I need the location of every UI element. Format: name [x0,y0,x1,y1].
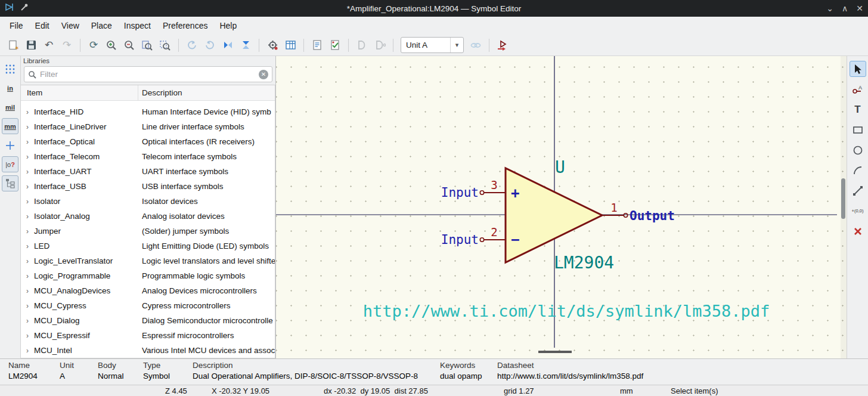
library-row[interactable]: ›Isolator_AnalogAnalog isolator devices [21,209,275,224]
menu-item-edit[interactable]: Edit [29,18,55,33]
pin-number-3[interactable]: 3 [491,178,497,191]
zoom-out-button[interactable] [121,37,138,54]
grid-toggle-button[interactable] [2,61,18,77]
expander-icon[interactable]: › [21,153,34,161]
rotate-ccw-button[interactable] [184,37,200,54]
units-mils-button[interactable]: mil [2,99,18,115]
menu-item-view[interactable]: View [55,18,85,33]
library-name[interactable]: Interface_Optical [34,137,95,146]
pin-number-2[interactable]: 2 [491,225,497,239]
circle-tool-button[interactable] [850,142,866,158]
expander-icon[interactable]: › [21,346,34,355]
library-name[interactable]: Interface_HID [34,107,83,116]
library-row[interactable]: ›Interface_HIDHuman Interface Device (HI… [21,104,275,119]
library-name[interactable]: MCU_Espressif [34,331,90,340]
rotate-cw-button[interactable] [202,37,218,54]
library-row[interactable]: ›MCU_DialogDialog Semiconductor microcon… [21,313,275,328]
expander-icon[interactable]: › [21,182,34,191]
library-name[interactable]: MCU_Dialog [34,316,80,325]
unit-select[interactable]: Unit A ▾ [401,37,464,53]
library-row[interactable]: ›MCU_AnalogDevicesAnalog Devices microco… [21,283,275,298]
expander-icon[interactable]: › [21,197,34,206]
pin-electrical-type-button[interactable]: |o? [2,156,18,172]
column-header-description[interactable]: Description [138,88,275,97]
expander-icon[interactable]: › [21,212,34,221]
editor-canvas[interactable]: 3 2 1 Input Input Output + − U LM2904 ht… [276,56,847,358]
save-button[interactable] [23,37,39,54]
mirror-vertical-button[interactable] [237,37,254,54]
erc-check-button[interactable] [327,37,343,54]
zoom-to-fit-button[interactable] [139,37,156,54]
filter-input[interactable] [40,70,255,79]
library-name[interactable]: Logic_LevelTranslator [34,256,113,265]
library-row[interactable]: ›MCU_CypressCypress microcontrollers [21,298,275,313]
library-name[interactable]: LED [34,242,49,250]
library-name[interactable]: Jumper [34,227,61,236]
mirror-horizontal-button[interactable] [219,37,236,54]
library-row[interactable]: ›MCU_IntelVarious Intel MCU devices and … [21,343,275,358]
redo-button[interactable]: ↷ [58,37,75,54]
library-row[interactable]: ›MCU_EspressifEspressif microcontrollers [21,328,275,343]
library-row[interactable]: ›Interface_UARTUART interface symbols [21,164,275,179]
demorgan-standard-button[interactable] [354,37,370,54]
maximize-icon[interactable]: ∧ [842,4,848,13]
rectangle-tool-button[interactable] [850,122,866,138]
vertical-scrollbar[interactable] [841,56,847,358]
library-name[interactable]: Interface_Telecom [34,152,100,161]
expander-icon[interactable]: › [21,123,34,131]
menu-item-file[interactable]: File [4,18,29,33]
library-name[interactable]: MCU_AnalogDevices [34,286,110,295]
library-name[interactable]: Interface_UART [34,167,92,176]
library-name[interactable]: Logic_Programmable [34,271,110,280]
zoom-to-selection-button[interactable] [157,37,173,54]
pin-name-input-bottom[interactable]: Input [441,233,479,247]
pin-table-button[interactable] [282,37,299,54]
library-tree-toggle-button[interactable] [2,175,18,191]
units-inches-button[interactable]: in [2,80,18,96]
symbol-properties-button[interactable] [264,37,281,54]
library-row[interactable]: ›IsolatorIsolator devices [21,194,275,209]
menu-item-inspect[interactable]: Inspect [118,18,157,33]
demorgan-alternate-button[interactable] [371,37,388,54]
menu-item-preferences[interactable]: Preferences [157,18,213,33]
libraries-table-header[interactable]: Item Description [21,85,275,101]
menu-item-place[interactable]: Place [85,18,118,33]
expander-icon[interactable]: › [21,317,34,325]
library-row[interactable]: ›LEDLight Emitting Diode (LED) symbols [21,239,275,253]
close-icon[interactable]: ✕ [856,4,863,13]
expander-icon[interactable]: › [21,108,34,116]
menu-item-help[interactable]: Help [213,18,243,33]
library-row[interactable]: ›Interface_LineDriverLine driver interfa… [21,119,275,134]
expander-icon[interactable]: › [21,332,34,340]
horizontal-scrollbar-thumb[interactable] [538,351,572,353]
library-name[interactable]: MCU_Cypress [34,301,86,310]
value-field[interactable]: LM2904 [554,253,614,273]
select-tool-button[interactable] [850,61,866,77]
expander-icon[interactable]: › [21,138,34,146]
library-row[interactable]: ›Logic_ProgrammableProgrammable logic sy… [21,268,275,283]
library-name[interactable]: MCU_Intel [34,346,72,355]
library-row[interactable]: ›Interface_TelecomTelecom interface symb… [21,149,275,164]
zoom-in-button[interactable] [103,37,120,54]
expander-icon[interactable]: › [21,168,34,176]
vertical-scrollbar-thumb[interactable] [841,178,845,219]
library-row[interactable]: ›Logic_LevelTranslatorLogic level transl… [21,253,275,268]
pin-number-1[interactable]: 1 [610,201,617,214]
clear-filter-icon[interactable]: ✕ [259,70,268,79]
expander-icon[interactable]: › [21,257,34,265]
pin-name-output[interactable]: Output [630,209,675,223]
units-mm-button[interactable]: mm [2,118,18,134]
reference-field[interactable]: U [555,157,565,177]
sync-pins-mode-button[interactable] [467,37,484,54]
minimize-icon[interactable]: ⌄ [826,4,833,13]
line-tool-button[interactable] [850,182,866,199]
expander-icon[interactable]: › [21,287,34,295]
library-name[interactable]: Isolator_Analog [34,212,90,221]
expander-icon[interactable]: › [21,242,34,250]
delete-tool-button[interactable] [850,223,866,239]
anchor-tool-button[interactable]: +(0,0) [850,203,866,219]
undo-button[interactable]: ↶ [41,37,57,54]
text-tool-button[interactable]: T [850,101,866,117]
arc-tool-button[interactable] [850,162,866,178]
library-row[interactable]: ›Interface_OpticalOptical interfaces (IR… [21,134,275,149]
